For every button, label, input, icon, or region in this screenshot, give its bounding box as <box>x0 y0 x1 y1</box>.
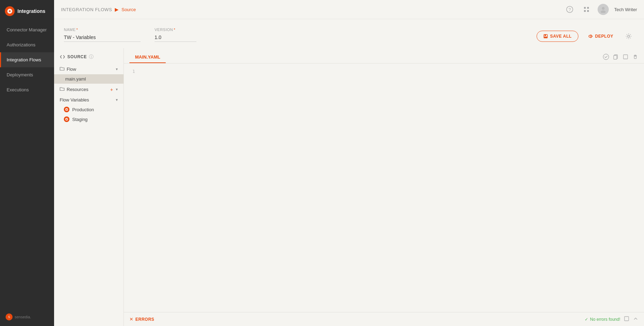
editor-tab-label: MAIN.YAML <box>135 54 160 60</box>
flow-chevron-icon: ▾ <box>116 67 118 71</box>
sidebar-item-executions[interactable]: Executions <box>0 82 54 97</box>
breadcrumb: INTEGRATION FLOWS ▶ Source <box>61 7 136 12</box>
svg-rect-19 <box>634 56 636 59</box>
sidebar-item-label: Deployments <box>7 72 33 77</box>
logo-text: Integrations <box>17 8 45 14</box>
editor-tab-icons <box>603 54 638 61</box>
sidebar-item-authorizations[interactable]: Authorizations <box>0 37 54 52</box>
help-button[interactable]: ? <box>564 4 575 15</box>
editor-tab-main-yaml[interactable]: MAIN.YAML <box>129 52 166 63</box>
errors-x-icon: ✕ <box>129 317 133 322</box>
form-row: Name* Version* SAVE ALL <box>54 19 644 48</box>
svg-rect-3 <box>584 7 586 9</box>
copy-icon[interactable] <box>613 54 619 61</box>
bottom-chevron-icon[interactable] <box>633 316 638 323</box>
svg-point-15 <box>603 54 609 60</box>
no-errors-check-icon: ✓ <box>585 317 588 322</box>
version-required: * <box>174 28 175 32</box>
settings-button[interactable] <box>623 31 634 42</box>
flow-variable-production[interactable]: Production <box>54 105 123 114</box>
check-icon[interactable] <box>603 54 609 61</box>
name-required: * <box>76 28 78 32</box>
sidebar-item-label: Connector Manager <box>7 27 47 32</box>
editor-area: SOURCE ⓘ Flow ▾ main <box>54 48 644 326</box>
no-errors-text: No errors found! <box>590 317 620 322</box>
header-actions: ? Tech Writer <box>564 4 637 15</box>
main-content: INTEGRATION FLOWS ▶ Source ? <box>54 0 644 326</box>
delete-icon[interactable] <box>632 54 638 61</box>
svg-rect-5 <box>584 10 586 12</box>
main-yaml-file[interactable]: main.yaml <box>54 74 123 84</box>
resources-label: Resources <box>67 87 108 92</box>
svg-rect-4 <box>587 7 589 9</box>
sidebar-item-integration-flows[interactable]: Integration Flows <box>0 52 54 67</box>
staging-icon <box>64 116 69 122</box>
breadcrumb-arrow-icon: ▶ <box>115 7 119 12</box>
expand-icon[interactable] <box>622 54 629 61</box>
name-label: Name* <box>64 28 141 32</box>
sidebar-item-label: Authorizations <box>7 42 35 47</box>
svg-point-11 <box>589 35 591 37</box>
bottom-bar: ✕ ERRORS ✓ No errors found! <box>124 312 644 326</box>
errors-section[interactable]: ✕ ERRORS <box>129 317 154 322</box>
flow-section-header[interactable]: Flow ▾ <box>54 64 123 74</box>
avatar[interactable] <box>598 4 609 15</box>
main-yaml-label: main.yaml <box>65 76 86 82</box>
svg-rect-18 <box>623 55 628 59</box>
no-errors-status: ✓ No errors found! <box>585 317 620 322</box>
name-field-group: Name* <box>64 28 141 42</box>
name-input[interactable] <box>64 33 141 42</box>
flow-variables-label: Flow Variables <box>60 97 114 103</box>
source-label: SOURCE <box>67 54 87 59</box>
user-name: Tech Writer <box>614 7 637 12</box>
source-info-icon[interactable]: ⓘ <box>89 54 93 60</box>
staging-label: Staging <box>72 117 88 122</box>
source-header: SOURCE ⓘ <box>54 54 123 64</box>
svg-point-8 <box>601 10 606 13</box>
svg-point-7 <box>602 7 605 10</box>
sidebar: Integrations Connector Manager Authoriza… <box>0 0 54 326</box>
sidebar-navigation: Connector Manager Authorizations Integra… <box>0 22 54 308</box>
sensedia-logo: S sensedia. <box>6 313 31 320</box>
sensedia-icon: S <box>6 313 13 320</box>
source-code-icon <box>60 54 65 60</box>
sidebar-item-connector-manager[interactable]: Connector Manager <box>0 22 54 37</box>
bottom-expand-icon[interactable] <box>624 316 629 323</box>
version-input[interactable] <box>155 33 196 42</box>
editor-tab-bar: MAIN.YAML <box>124 48 644 63</box>
line-numbers: 1 <box>124 66 138 309</box>
flow-variables-header[interactable]: Flow Variables ▾ <box>54 95 123 105</box>
line-number-1: 1 <box>124 68 135 75</box>
version-label: Version* <box>155 28 196 32</box>
content-area: Name* Version* SAVE ALL <box>54 19 644 326</box>
svg-rect-20 <box>624 317 629 321</box>
code-content[interactable] <box>138 66 644 309</box>
resources-section: Resources + ▾ <box>54 84 123 94</box>
code-editor: 1 <box>124 63 644 312</box>
svg-rect-6 <box>587 10 589 12</box>
svg-rect-17 <box>614 55 617 59</box>
folder-icon <box>60 66 65 72</box>
sidebar-item-label: Integration Flows <box>7 57 41 62</box>
flow-variable-staging[interactable]: Staging <box>54 114 123 124</box>
flow-variables-section: Flow Variables ▾ Production <box>54 95 123 124</box>
save-all-label: SAVE ALL <box>550 34 572 39</box>
resources-add-icon[interactable]: + <box>110 87 113 92</box>
svg-rect-10 <box>545 35 546 36</box>
production-label: Production <box>72 107 94 112</box>
flow-section: Flow ▾ main.yaml <box>54 64 123 84</box>
sidebar-item-deployments[interactable]: Deployments <box>0 67 54 82</box>
grid-button[interactable] <box>581 4 592 15</box>
version-field-group: Version* <box>155 28 196 42</box>
sidebar-item-label: Executions <box>7 87 29 92</box>
resources-chevron-icon: ▾ <box>116 87 118 92</box>
svg-text:?: ? <box>568 7 571 12</box>
deploy-button[interactable]: DEPLOY <box>583 31 619 41</box>
resources-section-header[interactable]: Resources + ▾ <box>54 84 123 94</box>
save-all-button[interactable]: SAVE ALL <box>537 31 578 42</box>
production-icon <box>64 107 69 112</box>
sidebar-footer: S sensedia. <box>0 308 54 326</box>
breadcrumb-root: INTEGRATION FLOWS <box>61 7 112 12</box>
sidebar-logo[interactable]: Integrations <box>0 0 54 22</box>
form-actions: SAVE ALL DEPLOY <box>537 31 634 42</box>
